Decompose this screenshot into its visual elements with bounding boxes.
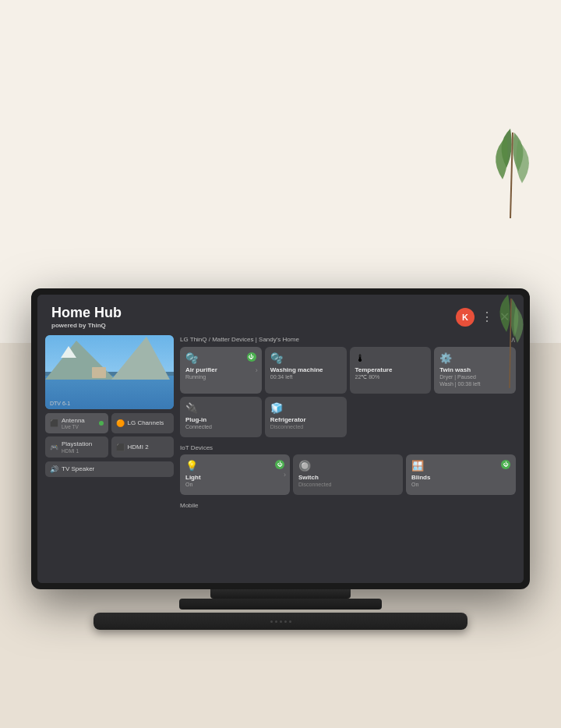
plugin-icon: 🔌 [185,402,198,414]
hub-title-area: Home Hub powered by ThinQ [51,306,456,329]
soundbar [94,613,468,630]
iot-section: IoT Devices 💡 ⏻ Light [180,444,516,498]
device-card-blinds[interactable]: 🪟 ⏻ Blinds On [406,454,516,495]
washing-machine-status: 00:34 left [270,373,341,380]
lg-channels-icon: 🟠 [116,419,125,427]
air-purifier-icon: 🫧 [185,352,198,364]
temperature-header: 🌡 [355,352,426,364]
tv-thumbnail: DTV 6-1 [45,335,174,409]
hub-subtitle: powered by ThinQ [51,322,456,329]
blinds-power-icon: ⏻ [501,460,510,469]
soundbar-dot-3 [280,620,282,623]
blinds-status: On [411,481,510,488]
playstation-label-group: Playstation HDMI 1 [62,440,92,454]
speaker-icon: 🔊 [50,465,58,473]
thinq-section-title: LG ThinQ / Matter Devices | Sandy's Home [180,336,299,343]
blinds-icon: 🪟 [411,460,424,472]
input-tv-speaker[interactable]: 🔊 TV Speaker [45,461,174,477]
tv-bezel: Home Hub powered by ThinQ K ⋮ ✕ [31,288,530,589]
speaker-label: TV Speaker [62,465,94,473]
iot-section-header: IoT Devices [180,444,516,451]
powered-by-label: powered by [51,322,88,329]
playstation-icon: 🎮 [50,444,58,451]
plugin-name: Plug-in [185,416,256,424]
temperature-name: Temperature [355,366,426,374]
blinds-header: 🪟 ⏻ [411,460,510,472]
castle [92,367,106,378]
lg-channels-label: LG Channels [128,419,164,427]
soundbar-dot-5 [289,620,291,623]
light-icon: 💡 [185,460,198,472]
twin-wash-name: Twin wash [439,366,510,374]
mobile-section-title: Mobile [180,502,199,509]
tv-stand [31,589,530,630]
input-grid: ⬛ Antenna Live TV 🟠 LG Channels [45,413,174,458]
mountain-snow [61,346,76,358]
input-playstation[interactable]: 🎮 Playstation HDMI 1 [45,436,108,458]
mountain-right [111,337,170,380]
iot-section-title: IoT Devices [180,444,213,451]
device-card-washing-machine[interactable]: 🫧 Washing machine 00:34 left [265,347,347,394]
hub-content: DTV 6-1 ⬛ Antenna Live TV [37,335,524,583]
soundbar-dot-2 [275,620,277,623]
hdmi2-icon: ⬛ [116,444,125,451]
more-options-button[interactable]: ⋮ [481,309,493,324]
left-panel: DTV 6-1 ⬛ Antenna Live TV [45,335,174,577]
input-hdmi2[interactable]: ⬛ HDMI 2 [111,436,175,458]
mobile-section-header: Mobile [180,502,516,509]
switch-name: Switch [298,474,397,482]
washing-machine-icon: 🫧 [270,352,283,364]
switch-icon: 🔘 [298,460,311,472]
light-power-icon: ⏻ [275,460,284,469]
refrigerator-name: Refrigerator [270,416,341,424]
input-antenna[interactable]: ⬛ Antenna Live TV [45,413,108,434]
antenna-icon: ⬛ [50,419,58,427]
user-avatar[interactable]: K [456,308,475,327]
device-card-air-purifier[interactable]: 🫧 ⏻ Air purifier Running › [180,347,262,394]
device-card-refrigerator[interactable]: 🧊 Refrigerator Disconnected [265,397,347,437]
light-arrow-icon: › [284,471,286,479]
thinq-device-grid: 🫧 ⏻ Air purifier Running › [180,347,516,437]
plugin-header: 🔌 [185,402,256,414]
temperature-status: 22℃ 80% [355,373,426,380]
soundbar-dot-1 [270,620,273,623]
tv-screen: Home Hub powered by ThinQ K ⋮ ✕ [37,295,524,583]
air-purifier-status: Running [185,373,256,380]
device-card-plugin[interactable]: 🔌 Plug-in Connected [180,397,262,437]
switch-header: 🔘 [298,460,397,472]
air-purifier-header: 🫧 ⏻ [185,352,256,364]
device-card-twin-wash[interactable]: ⚙️ Twin wash Dryer | PausedWash | 00:38 … [434,347,516,394]
refrigerator-status: Disconnected [270,423,341,430]
close-button[interactable]: ✕ [499,309,510,324]
twin-wash-status: Dryer | PausedWash | 00:38 left [439,373,510,387]
washing-machine-header: 🫧 [270,352,341,364]
stand-base [179,599,382,610]
active-dot [99,421,104,426]
soundbar-dot-4 [284,620,287,623]
device-card-light[interactable]: 💡 ⏻ Light On › [180,454,290,495]
playstation-label: Playstation [62,440,92,448]
right-panel: LG ThinQ / Matter Devices | Sandy's Home… [180,335,516,577]
light-name: Light [185,474,284,482]
hdmi2-label: HDMI 2 [128,444,149,451]
plugin-status: Connected [185,423,256,430]
thinq-section: LG ThinQ / Matter Devices | Sandy's Home… [180,335,516,440]
stand-neck [210,589,351,599]
thinq-chevron-icon[interactable]: ∧ [510,335,516,344]
light-status: On [185,481,284,488]
air-purifier-power-icon: ⏻ [247,352,256,362]
antenna-label-group: Antenna Live TV [62,417,85,430]
antenna-label: Antenna [62,417,85,425]
thinq-brand: ThinQ [88,322,106,329]
mobile-section: Mobile [180,502,516,512]
input-lg-channels[interactable]: 🟠 LG Channels [111,413,175,434]
device-card-switch[interactable]: 🔘 Switch Disconnected [293,454,403,495]
playstation-sublabel: HDMI 1 [62,448,92,454]
device-card-temperature[interactable]: 🌡 Temperature 22℃ 80% [350,347,432,394]
hub-header-actions: K ⋮ ✕ [456,308,510,327]
refrigerator-icon: 🧊 [270,402,283,414]
switch-status: Disconnected [298,481,397,488]
plant-decoration [468,125,530,218]
tv-wrapper: Home Hub powered by ThinQ K ⋮ ✕ [31,288,530,630]
iot-device-grid: 💡 ⏻ Light On › [180,454,516,495]
